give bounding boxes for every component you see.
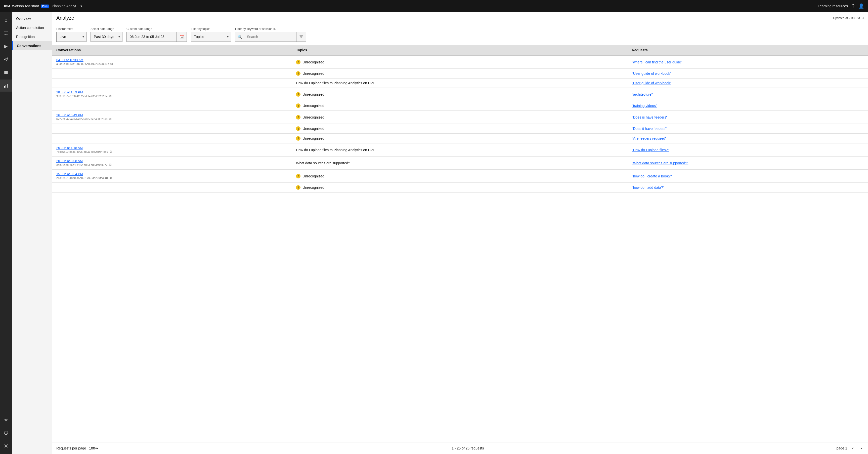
copy-id-button[interactable]: ⧉ <box>110 150 112 154</box>
environment-label: Environment <box>56 27 87 31</box>
unrecognized-icon: ! <box>296 115 301 119</box>
request-cell: "how do I create a book?" <box>628 170 868 183</box>
help-icon[interactable]: ? <box>852 3 855 9</box>
svg-rect-6 <box>7 84 7 88</box>
request-cell: "training videos" <box>628 101 868 111</box>
conversation-date-link[interactable]: 26 Jun at 4:18 AM <box>56 146 288 150</box>
sidebar-plugins-icon[interactable] <box>0 414 12 426</box>
prev-page-button[interactable]: ‹ <box>850 445 856 452</box>
request-link[interactable]: "What data sources are supported?" <box>632 161 688 165</box>
topic-cell: !Unrecognized <box>292 124 628 134</box>
refresh-icon[interactable]: ↺ <box>862 16 864 20</box>
main-content: Analyze Updated at 2:33 PM ↺ Environment… <box>52 12 868 454</box>
copy-id-button[interactable]: ⧉ <box>111 62 113 66</box>
sidebar-settings-icon[interactable] <box>0 440 12 452</box>
next-page-button[interactable]: › <box>859 445 864 452</box>
user-icon[interactable]: 👤 <box>859 3 864 9</box>
request-link[interactable]: "User guide of workbook" <box>632 72 671 76</box>
topic-content: !Unrecognized <box>296 115 624 119</box>
sidebar-send-icon[interactable] <box>0 53 12 65</box>
topic-cell: !Unrecognized <box>292 101 628 111</box>
topic-content: !Unrecognized <box>296 136 624 141</box>
sidebar-play-icon[interactable]: ▶ <box>0 40 12 52</box>
topic-cell: How do I upload files to Planning Analyt… <box>292 79 628 88</box>
conversation-id: a8d46d1d-13a1-4b80-85e8-19220e34c19c⧉ <box>56 62 288 66</box>
topic-text: How do I upload files to Planning Analyt… <box>296 81 378 85</box>
request-link[interactable]: "Does is have feeders" <box>632 115 668 119</box>
conversation-date-link[interactable]: 26 Jun at 6:49 PM <box>56 113 288 117</box>
request-link[interactable]: "architecture" <box>632 92 653 96</box>
topic-text: Unrecognized <box>303 126 324 131</box>
table-row: 20 Jun at 8:08 AMebb96ad8-36b4-4432-a033… <box>52 157 868 170</box>
nav-item-overview[interactable]: Overview <box>12 14 52 23</box>
topic-cell: !Unrecognized <box>292 134 628 143</box>
calendar-icon[interactable]: 📅 <box>177 32 187 42</box>
request-link[interactable]: "how do I create a book?" <box>632 174 672 178</box>
nav-item-action-completion[interactable]: Action completion <box>12 23 52 32</box>
product-name: Watson Assistant <box>12 4 39 8</box>
unrecognized-icon: ! <box>296 136 301 141</box>
topic-text: Unrecognized <box>303 60 324 64</box>
conversation-date-link[interactable]: 04 Jul at 10:33 AM <box>56 58 288 62</box>
request-link[interactable]: "training videos" <box>632 104 657 108</box>
app-shell: ⌂ ▶ <box>0 12 868 454</box>
sidebar-home-icon[interactable]: ⌂ <box>0 14 12 26</box>
custom-date-input[interactable] <box>126 32 177 42</box>
topics-select-wrap: Topics <box>191 32 231 42</box>
request-link[interactable]: "where i can find the user guide" <box>632 60 682 64</box>
sidebar-analyze-icon[interactable] <box>0 80 12 92</box>
conversation-date-link[interactable]: 28 Jun at 1:59 PM <box>56 90 288 94</box>
conversation-date-link[interactable]: 20 Jun at 8:08 AM <box>56 159 288 163</box>
conversation-cell <box>52 124 292 134</box>
environment-select[interactable]: Live <box>56 32 87 42</box>
unrecognized-icon: ! <box>296 104 301 108</box>
conversation-id: b727bf84-6a26-4a82-8a0c-9feb490320a0⧉ <box>56 117 288 121</box>
top-nav-right: Learning resources ? 👤 <box>818 3 864 9</box>
search-input[interactable] <box>244 32 294 42</box>
topic-cell: !Unrecognized <box>292 55 628 69</box>
request-link[interactable]: "Does it have feeders" <box>632 126 666 131</box>
sidebar-list-icon[interactable] <box>0 66 12 79</box>
sort-conversations-icon[interactable]: ↓ <box>83 49 85 52</box>
topic-content: What data sources are supported? <box>296 161 624 165</box>
filter-advanced-icon[interactable] <box>296 32 306 42</box>
nav-item-conversations[interactable]: Conversations <box>12 41 52 50</box>
table-row: !Unrecognized"Are feeders required" <box>52 134 868 143</box>
conversation-cell: 26 Jun at 4:18 AM7ece5810-e8a6-4906-8d0a… <box>52 143 292 157</box>
copy-id-button[interactable]: ⧉ <box>110 176 112 180</box>
search-icon: 🔍 <box>237 34 242 39</box>
copy-id-button[interactable]: ⧉ <box>109 163 112 167</box>
table-row: 26 Jun at 6:49 PMb727bf84-6a26-4a82-8a0c… <box>52 111 868 124</box>
topics-select[interactable]: Topics <box>191 32 231 42</box>
results-count: 1 - 25 of 25 requests <box>452 446 484 450</box>
copy-id-button[interactable]: ⧉ <box>109 117 112 121</box>
date-range-select[interactable]: Past 30 days <box>91 32 122 42</box>
environment-select-wrap: Live <box>56 32 87 42</box>
request-link[interactable]: "User guide of workbook" <box>632 81 671 85</box>
sidebar-history-icon[interactable] <box>0 427 12 439</box>
request-link[interactable]: "how do I add data?" <box>632 186 664 190</box>
conversation-date-link[interactable]: 15 Jun at 8:54 PM <box>56 172 288 176</box>
topic-content: !Unrecognized <box>296 104 624 108</box>
svg-rect-2 <box>4 72 8 73</box>
nav-item-recognition[interactable]: Recognition <box>12 32 52 41</box>
chevron-down-icon: ▾ <box>81 4 82 8</box>
svg-rect-4 <box>4 86 5 88</box>
conversation-id-text: 7ece5810-e8a6-4906-8d0a-be82c0c4fe89 <box>56 150 108 153</box>
copy-id-button[interactable]: ⧉ <box>109 94 112 98</box>
app-selector[interactable]: Planning Analyt... ▾ <box>52 4 82 8</box>
conversation-cell <box>52 183 292 193</box>
learning-resources-link[interactable]: Learning resources <box>818 4 848 8</box>
custom-date-label: Custom date range <box>126 27 187 31</box>
request-link[interactable]: "Are feeders required" <box>632 136 666 140</box>
sidebar-chat-icon[interactable] <box>0 27 12 39</box>
per-page-select[interactable]: 100 <box>88 446 99 451</box>
request-cell: "Does is have feeders" <box>628 111 868 124</box>
request-link[interactable]: "How do I upload files?" <box>632 148 669 152</box>
topic-text: Unrecognized <box>303 115 324 119</box>
conversation-cell <box>52 134 292 143</box>
topic-text: Unrecognized <box>303 104 324 108</box>
topic-cell: !Unrecognized <box>292 88 628 101</box>
topic-content: !Unrecognized <box>296 126 624 131</box>
topic-text: Unrecognized <box>303 186 324 190</box>
